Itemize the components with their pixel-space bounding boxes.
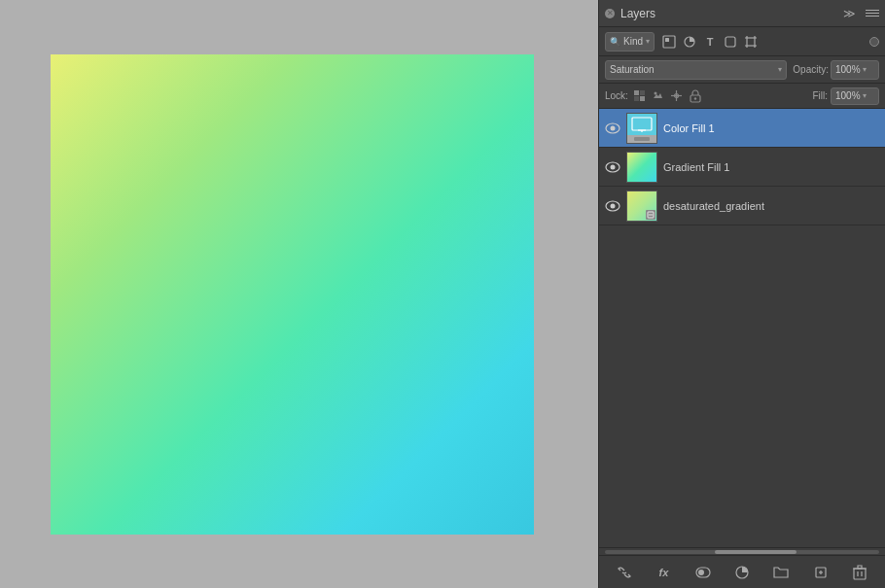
svg-point-29 <box>611 164 616 169</box>
pixel-filter-icon[interactable] <box>660 33 678 51</box>
svg-rect-4 <box>747 38 755 46</box>
expand-panel-button[interactable]: ≫ <box>843 7 856 20</box>
fill-label: Fill: <box>812 90 828 101</box>
smart-filter-badge <box>646 210 655 220</box>
delete-layer-button[interactable] <box>849 562 870 583</box>
layer-item[interactable]: desaturated_gradient <box>599 187 885 225</box>
shape-filter-icon[interactable] <box>722 33 739 51</box>
svg-rect-3 <box>726 37 735 47</box>
fill-chevron: ▾ <box>863 91 867 100</box>
blend-mode-select[interactable]: Saturation ▾ <box>605 60 787 80</box>
layer-visibility-toggle[interactable] <box>605 159 620 175</box>
svg-rect-15 <box>634 96 639 101</box>
adjustment-filter-icon[interactable] <box>681 33 698 51</box>
kind-label: Kind <box>623 36 643 47</box>
lock-position-icon[interactable] <box>669 88 685 104</box>
opacity-label: Opacity: <box>793 64 829 75</box>
layer-item[interactable]: Color Fill 1 <box>599 109 885 148</box>
add-mask-button[interactable] <box>692 562 714 583</box>
svg-point-24 <box>611 125 616 130</box>
layers-list: Color Fill 1 Gradient Fill 1 <box>599 109 885 547</box>
layers-scrollbar[interactable] <box>599 547 885 555</box>
type-filter-icon[interactable]: T <box>701 33 719 51</box>
canvas-area <box>0 0 584 588</box>
lock-icons <box>632 88 809 104</box>
svg-point-35 <box>698 570 704 575</box>
lock-label: Lock: <box>605 90 628 101</box>
svg-rect-40 <box>854 569 866 579</box>
svg-rect-16 <box>640 90 645 95</box>
layer-visibility-toggle[interactable] <box>605 121 620 136</box>
blend-mode-label: Saturation <box>610 64 655 75</box>
artboard-filter-icon[interactable] <box>742 33 760 51</box>
layer-thumbnail <box>626 113 657 144</box>
close-button[interactable]: ✕ <box>605 9 615 18</box>
link-layers-button[interactable] <box>614 562 635 583</box>
kind-chevron: ▾ <box>646 37 650 46</box>
lock-image-icon[interactable] <box>651 88 666 104</box>
gradient-canvas <box>51 54 534 535</box>
scroll-thumb <box>715 550 797 554</box>
svg-rect-1 <box>665 38 669 42</box>
layer-name: Color Fill 1 <box>663 122 879 134</box>
filter-toggle-dot[interactable] <box>869 37 879 47</box>
layer-visibility-toggle[interactable] <box>605 198 620 214</box>
svg-point-22 <box>694 97 696 99</box>
svg-point-17 <box>655 92 657 95</box>
panel-header-left: ✕ Layers <box>605 7 655 20</box>
lock-all-icon[interactable] <box>688 88 703 104</box>
filter-icons: T <box>660 33 760 51</box>
panel-title: Layers <box>620 7 655 20</box>
new-group-button[interactable] <box>770 562 792 583</box>
scroll-track <box>605 550 879 554</box>
lock-row: Lock: <box>599 84 885 109</box>
panel-bottom-toolbar: fx <box>599 555 885 588</box>
layer-item[interactable]: Gradient Fill 1 <box>599 148 885 187</box>
svg-point-31 <box>611 203 616 208</box>
new-adjustment-layer-button[interactable] <box>731 562 753 583</box>
layer-name: Gradient Fill 1 <box>663 161 879 173</box>
gradient-thumb <box>627 153 656 182</box>
fill-section: Fill: 100% ▾ <box>812 87 879 105</box>
panel-header: ✕ Layers ≫ <box>599 0 885 27</box>
layer-thumbnail <box>626 152 657 183</box>
svg-rect-25 <box>632 118 652 130</box>
opacity-control: Opacity: 100% ▾ <box>793 60 879 80</box>
layer-name: desaturated_gradient <box>663 200 879 212</box>
opacity-chevron: ▾ <box>863 65 867 74</box>
panel-menu-button[interactable] <box>864 7 879 20</box>
new-layer-button[interactable] <box>810 562 832 583</box>
opacity-input[interactable]: 100% ▾ <box>831 60 879 80</box>
blend-mode-chevron: ▾ <box>778 65 782 74</box>
svg-rect-14 <box>640 96 645 101</box>
fill-input[interactable]: 100% ▾ <box>831 87 879 105</box>
fill-value: 100% <box>835 90 861 101</box>
svg-rect-0 <box>663 36 675 48</box>
lock-transparent-icon[interactable] <box>632 88 648 104</box>
svg-rect-13 <box>634 90 639 95</box>
fx-button[interactable]: fx <box>653 562 674 583</box>
mode-row: Saturation ▾ Opacity: 100% ▾ <box>599 56 885 84</box>
kind-select[interactable]: 🔍 Kind ▾ <box>605 32 655 52</box>
layers-panel: ✕ Layers ≫ 🔍 Kind ▾ <box>598 0 885 588</box>
filter-row: 🔍 Kind ▾ T <box>599 27 885 56</box>
opacity-value: 100% <box>835 64 861 75</box>
layer-thumbnail <box>626 190 657 222</box>
